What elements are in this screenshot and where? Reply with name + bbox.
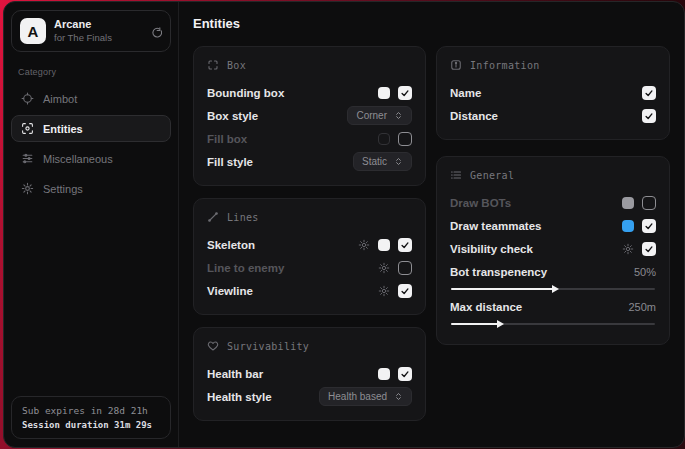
- section-title: Survivability: [227, 341, 309, 352]
- box-style-row: Box style Corner: [207, 104, 412, 127]
- sidebar-item-label: Settings: [43, 183, 83, 195]
- bot-transparency-slider-fill[interactable]: [451, 288, 553, 290]
- section-title: Information: [470, 60, 540, 71]
- max-distance-slider[interactable]: [451, 323, 655, 325]
- viewline-settings-gear-icon[interactable]: [378, 285, 390, 297]
- sub-expiry-text: Sub expires in 28d 21h: [22, 405, 160, 416]
- box-style-label: Box style: [207, 110, 258, 122]
- app-subtitle: for The Finals: [54, 32, 141, 44]
- box-section-card: Box Bounding box Box style Corner: [193, 46, 426, 186]
- health-bar-checkbox[interactable]: [398, 367, 412, 381]
- sidebar-item-label: Miscellaneous: [43, 153, 113, 165]
- name-checkbox[interactable]: [642, 86, 656, 100]
- sidebar-item-entities[interactable]: Entities: [11, 115, 171, 142]
- line-to-enemy-label: Line to enemy: [207, 262, 284, 274]
- chevron-up-down-icon: [394, 157, 403, 166]
- health-style-label: Health style: [207, 391, 272, 403]
- health-style-value: Health based: [328, 391, 387, 402]
- viewline-checkbox[interactable]: [398, 284, 412, 298]
- draw-bots-color-swatch[interactable]: [622, 197, 634, 209]
- heart-icon: [207, 340, 219, 352]
- category-label: Category: [18, 67, 171, 77]
- sidebar: A Arcane for The Finals Category Aimbot …: [4, 2, 179, 447]
- fill-box-row: Fill box: [207, 127, 412, 150]
- gear-icon: [21, 182, 34, 195]
- bounding-box-color-swatch[interactable]: [378, 87, 390, 99]
- diagonal-line-icon: [207, 211, 219, 223]
- main-panel: Entities Box Bounding box: [179, 2, 684, 447]
- distance-checkbox[interactable]: [642, 109, 656, 123]
- skeleton-row: Skeleton: [207, 233, 412, 256]
- information-section-card: Information Name Distance: [436, 46, 670, 140]
- refresh-icon[interactable]: [149, 25, 162, 38]
- draw-bots-label: Draw BOTs: [450, 197, 511, 209]
- visibility-check-settings-gear-icon[interactable]: [622, 243, 634, 255]
- section-title: General: [470, 170, 514, 181]
- line-to-enemy-settings-gear-icon[interactable]: [378, 262, 390, 274]
- fill-box-label: Fill box: [207, 133, 247, 145]
- bot-transparency-label: Bot transpenency: [450, 266, 547, 278]
- max-distance-value: 250m: [628, 301, 656, 313]
- app-window: A Arcane for The Finals Category Aimbot …: [3, 1, 685, 448]
- list-rows-icon: [450, 169, 462, 181]
- skeleton-label: Skeleton: [207, 239, 255, 251]
- app-logo: A: [20, 18, 46, 44]
- line-to-enemy-row: Line to enemy: [207, 256, 412, 279]
- session-duration-text: Session duration 31m 29s: [22, 420, 160, 430]
- distance-row: Distance: [450, 104, 656, 127]
- survivability-section-card: Survivability Health bar Health style He…: [193, 327, 426, 421]
- health-bar-label: Health bar: [207, 368, 263, 380]
- box-corners-icon: [207, 59, 219, 71]
- draw-bots-row: Draw BOTs: [450, 191, 656, 214]
- brand-card: A Arcane for The Finals: [11, 10, 171, 52]
- fill-style-value: Static: [362, 156, 387, 167]
- bounding-box-label: Bounding box: [207, 87, 284, 99]
- fill-box-checkbox[interactable]: [398, 132, 412, 146]
- sidebar-item-settings[interactable]: Settings: [11, 175, 171, 202]
- page-title: Entities: [193, 16, 670, 31]
- fill-box-color-swatch[interactable]: [378, 133, 390, 145]
- bot-transparency-value: 50%: [634, 266, 656, 278]
- subscription-status-card: Sub expires in 28d 21h Session duration …: [11, 396, 171, 439]
- visibility-check-label: Visibility check: [450, 243, 533, 255]
- health-bar-color-swatch[interactable]: [378, 368, 390, 380]
- sidebar-item-label: Entities: [43, 123, 83, 135]
- visibility-check-checkbox[interactable]: [642, 242, 656, 256]
- skeleton-settings-gear-icon[interactable]: [358, 239, 370, 251]
- name-label: Name: [450, 87, 481, 99]
- skeleton-checkbox[interactable]: [398, 238, 412, 252]
- health-style-dropdown[interactable]: Health based: [319, 387, 412, 406]
- fill-style-dropdown[interactable]: Static: [353, 152, 412, 171]
- viewline-row: Viewline: [207, 279, 412, 302]
- line-to-enemy-checkbox[interactable]: [398, 261, 412, 275]
- chevron-up-down-icon: [394, 392, 403, 401]
- sidebar-item-aimbot[interactable]: Aimbot: [11, 85, 171, 112]
- health-style-row: Health style Health based: [207, 385, 412, 408]
- box-style-value: Corner: [356, 110, 387, 121]
- sliders-icon: [21, 152, 34, 165]
- health-bar-row: Health bar: [207, 362, 412, 385]
- draw-teammates-checkbox[interactable]: [642, 219, 656, 233]
- crosshair-icon: [21, 92, 34, 105]
- draw-bots-checkbox[interactable]: [642, 196, 656, 210]
- bot-transparency-slider[interactable]: [451, 288, 655, 290]
- box-style-dropdown[interactable]: Corner: [347, 106, 412, 125]
- draw-teammates-row: Draw teammates: [450, 214, 656, 237]
- sidebar-nav: Aimbot Entities Miscellaneous Settings: [11, 85, 171, 202]
- skeleton-color-swatch[interactable]: [378, 239, 390, 251]
- lines-section-card: Lines Skeleton Line to enemy: [193, 198, 426, 315]
- chevron-up-down-icon: [394, 111, 403, 120]
- visibility-check-row: Visibility check: [450, 237, 656, 260]
- general-section-card: General Draw BOTs Draw teammates: [436, 156, 670, 345]
- fill-style-row: Fill style Static: [207, 150, 412, 173]
- draw-teammates-label: Draw teammates: [450, 220, 541, 232]
- bounding-box-row: Bounding box: [207, 81, 412, 104]
- distance-label: Distance: [450, 110, 498, 122]
- fill-style-label: Fill style: [207, 156, 253, 168]
- sidebar-item-miscellaneous[interactable]: Miscellaneous: [11, 145, 171, 172]
- draw-teammates-color-swatch[interactable]: [622, 220, 634, 232]
- max-distance-slider-fill[interactable]: [451, 323, 498, 325]
- info-icon: [450, 59, 462, 71]
- bounding-box-checkbox[interactable]: [398, 86, 412, 100]
- max-distance-label: Max distance: [450, 301, 522, 313]
